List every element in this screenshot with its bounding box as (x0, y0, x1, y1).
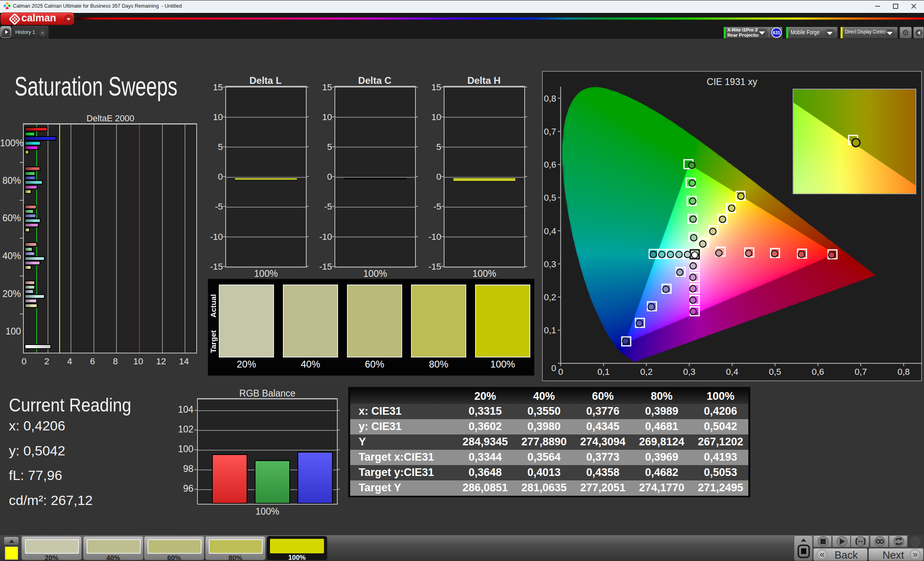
svg-text:0,1: 0,1 (544, 325, 556, 335)
svg-text:0: 0 (551, 363, 556, 373)
svg-text:0,3: 0,3 (544, 259, 556, 269)
svg-text:0,8: 0,8 (544, 94, 556, 104)
svg-text:0,7: 0,7 (544, 127, 556, 137)
svg-text:0,5: 0,5 (544, 193, 556, 203)
svg-text:0,2: 0,2 (640, 367, 653, 377)
svg-text:0,6: 0,6 (812, 367, 824, 377)
svg-text:0,3: 0,3 (683, 367, 696, 377)
svg-text:0,2: 0,2 (544, 292, 556, 302)
svg-text:0,5: 0,5 (769, 367, 781, 377)
svg-text:0: 0 (558, 367, 563, 377)
svg-text:0,7: 0,7 (855, 367, 867, 377)
svg-text:0,4: 0,4 (544, 226, 556, 236)
svg-text:0,1: 0,1 (597, 367, 610, 377)
svg-text:0,6: 0,6 (544, 160, 556, 170)
svg-text:0,8: 0,8 (897, 367, 910, 377)
svg-text:0,4: 0,4 (726, 367, 739, 377)
